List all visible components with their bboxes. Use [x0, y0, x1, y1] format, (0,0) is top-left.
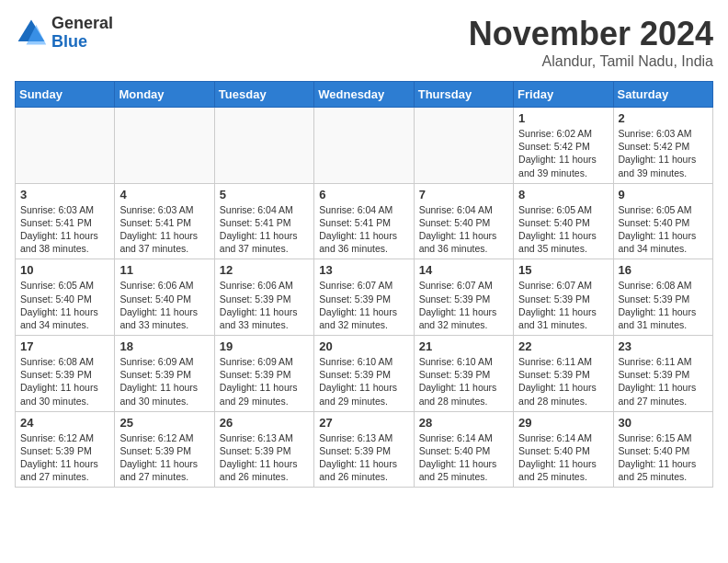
- day-info: Sunrise: 6:12 AM Sunset: 5:39 PM Dayligh…: [119, 431, 209, 484]
- weekday-sunday: Sunday: [16, 82, 115, 108]
- calendar-cell: 22Sunrise: 6:11 AM Sunset: 5:39 PM Dayli…: [514, 336, 613, 412]
- logo-blue-text: Blue: [51, 32, 87, 51]
- page-header: General Blue November 2024 Alandur, Tami…: [15, 15, 713, 70]
- calendar-cell: 5Sunrise: 6:04 AM Sunset: 5:41 PM Daylig…: [214, 183, 313, 259]
- calendar-cell: 18Sunrise: 6:09 AM Sunset: 5:39 PM Dayli…: [115, 336, 214, 412]
- calendar-cell: 29Sunrise: 6:14 AM Sunset: 5:40 PM Dayli…: [514, 411, 613, 488]
- day-info: Sunrise: 6:03 AM Sunset: 5:42 PM Dayligh…: [619, 127, 708, 179]
- day-number: 12: [220, 263, 309, 277]
- calendar-cell: 4Sunrise: 6:03 AM Sunset: 5:41 PM Daylig…: [115, 183, 214, 259]
- day-number: 15: [518, 263, 608, 277]
- day-number: 25: [119, 416, 209, 430]
- day-number: 8: [518, 188, 608, 201]
- title-area: November 2024 Alandur, Tamil Nadu, India: [469, 15, 713, 70]
- logo-icon: [15, 17, 48, 50]
- day-info: Sunrise: 6:09 AM Sunset: 5:39 PM Dayligh…: [220, 355, 309, 408]
- day-info: Sunrise: 6:07 AM Sunset: 5:39 PM Dayligh…: [518, 279, 608, 331]
- day-number: 3: [20, 188, 109, 201]
- day-number: 11: [119, 263, 209, 277]
- day-number: 1: [518, 111, 608, 125]
- calendar-cell: 3Sunrise: 6:03 AM Sunset: 5:41 PM Daylig…: [16, 183, 115, 259]
- calendar-week-1: 1Sunrise: 6:02 AM Sunset: 5:42 PM Daylig…: [16, 108, 713, 184]
- day-number: 28: [419, 416, 508, 430]
- calendar-week-5: 24Sunrise: 6:12 AM Sunset: 5:39 PM Dayli…: [16, 411, 713, 488]
- calendar-cell: 8Sunrise: 6:05 AM Sunset: 5:40 PM Daylig…: [514, 183, 613, 259]
- day-number: 23: [619, 339, 708, 353]
- day-info: Sunrise: 6:07 AM Sunset: 5:39 PM Dayligh…: [319, 279, 408, 331]
- day-info: Sunrise: 6:13 AM Sunset: 5:39 PM Dayligh…: [319, 431, 408, 484]
- calendar-cell: 12Sunrise: 6:06 AM Sunset: 5:39 PM Dayli…: [214, 259, 313, 336]
- calendar-cell: 20Sunrise: 6:10 AM Sunset: 5:39 PM Dayli…: [314, 336, 414, 412]
- calendar-cell: 15Sunrise: 6:07 AM Sunset: 5:39 PM Dayli…: [514, 259, 613, 336]
- day-number: 7: [419, 188, 508, 201]
- day-number: 30: [619, 416, 708, 430]
- day-info: Sunrise: 6:03 AM Sunset: 5:41 PM Dayligh…: [119, 203, 209, 256]
- calendar-cell: 14Sunrise: 6:07 AM Sunset: 5:39 PM Dayli…: [414, 259, 513, 336]
- calendar-week-4: 17Sunrise: 6:08 AM Sunset: 5:39 PM Dayli…: [16, 336, 713, 412]
- day-number: 29: [518, 416, 608, 430]
- calendar-cell: 21Sunrise: 6:10 AM Sunset: 5:39 PM Dayli…: [414, 336, 513, 412]
- calendar-cell: 9Sunrise: 6:05 AM Sunset: 5:40 PM Daylig…: [613, 183, 712, 259]
- day-number: 16: [619, 263, 708, 277]
- day-info: Sunrise: 6:04 AM Sunset: 5:41 PM Dayligh…: [220, 203, 309, 256]
- day-info: Sunrise: 6:11 AM Sunset: 5:39 PM Dayligh…: [619, 355, 708, 408]
- day-info: Sunrise: 6:06 AM Sunset: 5:39 PM Dayligh…: [220, 279, 309, 331]
- calendar-cell: 10Sunrise: 6:05 AM Sunset: 5:40 PM Dayli…: [16, 259, 115, 336]
- day-number: 14: [419, 263, 508, 277]
- calendar-cell: 16Sunrise: 6:08 AM Sunset: 5:39 PM Dayli…: [613, 259, 712, 336]
- day-info: Sunrise: 6:08 AM Sunset: 5:39 PM Dayligh…: [20, 355, 109, 408]
- weekday-header-row: SundayMondayTuesdayWednesdayThursdayFrid…: [16, 82, 713, 108]
- day-number: 19: [220, 339, 309, 353]
- day-info: Sunrise: 6:10 AM Sunset: 5:39 PM Dayligh…: [319, 355, 408, 408]
- day-info: Sunrise: 6:11 AM Sunset: 5:39 PM Dayligh…: [518, 355, 608, 408]
- calendar-cell: 19Sunrise: 6:09 AM Sunset: 5:39 PM Dayli…: [214, 336, 313, 412]
- calendar-cell: [115, 108, 214, 184]
- day-info: Sunrise: 6:04 AM Sunset: 5:40 PM Dayligh…: [419, 203, 508, 256]
- day-number: 10: [20, 263, 109, 277]
- location-title: Alandur, Tamil Nadu, India: [469, 53, 713, 70]
- weekday-saturday: Saturday: [613, 82, 712, 108]
- calendar-cell: 13Sunrise: 6:07 AM Sunset: 5:39 PM Dayli…: [314, 259, 414, 336]
- weekday-tuesday: Tuesday: [214, 82, 313, 108]
- day-number: 22: [518, 339, 608, 353]
- calendar-cell: 23Sunrise: 6:11 AM Sunset: 5:39 PM Dayli…: [613, 336, 712, 412]
- day-number: 20: [319, 339, 408, 353]
- calendar-cell: [214, 108, 313, 184]
- calendar-week-2: 3Sunrise: 6:03 AM Sunset: 5:41 PM Daylig…: [16, 183, 713, 259]
- calendar-cell: 26Sunrise: 6:13 AM Sunset: 5:39 PM Dayli…: [214, 411, 313, 488]
- day-info: Sunrise: 6:08 AM Sunset: 5:39 PM Dayligh…: [619, 279, 708, 331]
- calendar-cell: 7Sunrise: 6:04 AM Sunset: 5:40 PM Daylig…: [414, 183, 513, 259]
- day-number: 6: [319, 188, 408, 201]
- day-number: 17: [20, 339, 109, 353]
- day-info: Sunrise: 6:05 AM Sunset: 5:40 PM Dayligh…: [619, 203, 708, 256]
- day-info: Sunrise: 6:03 AM Sunset: 5:41 PM Dayligh…: [20, 203, 109, 256]
- calendar-cell: [314, 108, 414, 184]
- day-info: Sunrise: 6:06 AM Sunset: 5:40 PM Dayligh…: [119, 279, 209, 331]
- day-info: Sunrise: 6:07 AM Sunset: 5:39 PM Dayligh…: [419, 279, 508, 331]
- calendar-cell: 11Sunrise: 6:06 AM Sunset: 5:40 PM Dayli…: [115, 259, 214, 336]
- calendar-cell: [16, 108, 115, 184]
- day-info: Sunrise: 6:14 AM Sunset: 5:40 PM Dayligh…: [518, 431, 608, 484]
- weekday-thursday: Thursday: [414, 82, 513, 108]
- day-info: Sunrise: 6:04 AM Sunset: 5:41 PM Dayligh…: [319, 203, 408, 256]
- day-info: Sunrise: 6:02 AM Sunset: 5:42 PM Dayligh…: [518, 127, 608, 179]
- day-number: 24: [20, 416, 109, 430]
- calendar-cell: 24Sunrise: 6:12 AM Sunset: 5:39 PM Dayli…: [16, 411, 115, 488]
- day-number: 13: [319, 263, 408, 277]
- day-number: 9: [619, 188, 708, 201]
- calendar-cell: 27Sunrise: 6:13 AM Sunset: 5:39 PM Dayli…: [314, 411, 414, 488]
- logo-general-text: General: [51, 14, 113, 32]
- day-info: Sunrise: 6:09 AM Sunset: 5:39 PM Dayligh…: [119, 355, 209, 408]
- weekday-friday: Friday: [514, 82, 613, 108]
- day-number: 27: [319, 416, 408, 430]
- day-info: Sunrise: 6:12 AM Sunset: 5:39 PM Dayligh…: [20, 431, 109, 484]
- day-info: Sunrise: 6:05 AM Sunset: 5:40 PM Dayligh…: [20, 279, 109, 331]
- day-number: 4: [119, 188, 209, 201]
- day-info: Sunrise: 6:13 AM Sunset: 5:39 PM Dayligh…: [220, 431, 309, 484]
- day-number: 2: [619, 111, 708, 125]
- calendar-week-3: 10Sunrise: 6:05 AM Sunset: 5:40 PM Dayli…: [16, 259, 713, 336]
- day-number: 5: [220, 188, 309, 201]
- day-number: 18: [119, 339, 209, 353]
- weekday-monday: Monday: [115, 82, 214, 108]
- day-info: Sunrise: 6:05 AM Sunset: 5:40 PM Dayligh…: [518, 203, 608, 256]
